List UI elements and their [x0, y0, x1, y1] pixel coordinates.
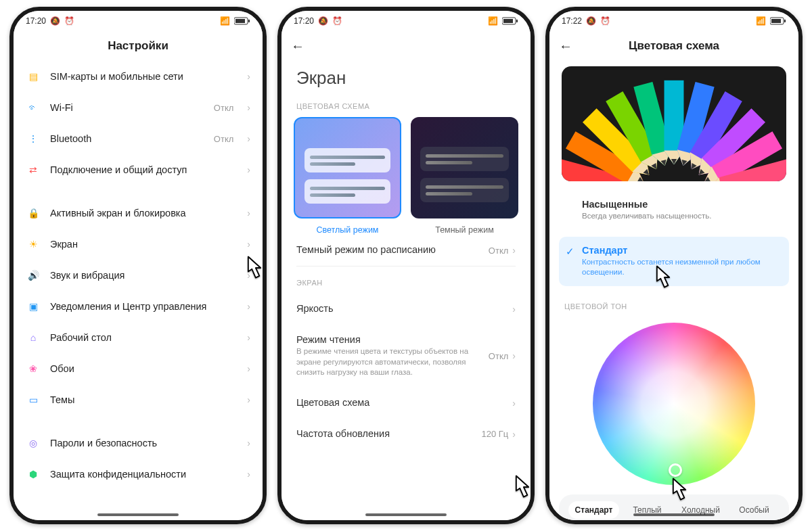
status-bar: 17:22🔕⏰ 📶	[549, 11, 798, 31]
tab-warm[interactable]: Теплый	[622, 501, 673, 519]
chevron-right-icon: ›	[247, 394, 250, 405]
mute-icon: 🔕	[50, 16, 60, 26]
tab-custom[interactable]: Особый	[729, 501, 780, 519]
settings-row-lock[interactable]: 🔒 Активный экран и блокировка ›	[14, 198, 263, 229]
row-brightness[interactable]: Яркость ›	[281, 294, 531, 325]
svg-rect-8	[784, 20, 786, 22]
settings-row-share[interactable]: ⇄ Подключение и общий доступ ›	[14, 154, 263, 185]
row-label: Защита конфиденциальности	[50, 469, 238, 480]
row-label: Пароли и безопасность	[50, 438, 238, 448]
tone-tabs: Стандарт Теплый Холодный Особый	[559, 494, 789, 520]
color-wheel[interactable]	[593, 323, 755, 485]
row-label: Экран	[50, 239, 238, 250]
chevron-right-icon: ›	[247, 164, 250, 175]
chevron-right-icon: ›	[247, 239, 250, 250]
priv-icon: ⬢	[26, 467, 41, 482]
settings-row-home[interactable]: ⌂ Рабочий стол ›	[14, 322, 263, 353]
row-label: Wi-Fi	[50, 102, 204, 113]
status-bar: 17:20🔕⏰ 📶	[14, 11, 263, 31]
sim-icon: ▤	[26, 69, 41, 84]
svg-rect-5	[516, 20, 518, 22]
settings-row-bt[interactable]: ⋮ Bluetooth Откл ›	[14, 123, 263, 154]
schedule-value: Откл	[489, 246, 509, 256]
theme-light[interactable]: Светлый режим	[294, 117, 401, 235]
tab-standard[interactable]: Стандарт	[568, 501, 619, 519]
tab-cold[interactable]: Холодный	[675, 501, 726, 519]
row-value: Откл	[214, 134, 234, 144]
chevron-right-icon: ›	[247, 102, 250, 113]
page-title: Цветовая схема	[629, 39, 719, 53]
chevron-right-icon: ›	[247, 469, 250, 480]
row-label: SIM-карты и мобильные сети	[50, 71, 238, 82]
settings-row-sim[interactable]: ▤ SIM-карты и мобильные сети ›	[14, 61, 263, 92]
lock-icon: 🔒	[26, 206, 41, 221]
chevron-right-icon: ›	[247, 438, 250, 448]
theme-light-label: Светлый режим	[294, 225, 401, 235]
page-title: Настройки	[14, 31, 263, 61]
chevron-right-icon: ›	[512, 398, 516, 409]
option-saturated[interactable]: ✓ Насыщенные Всегда увеличивать насыщенн…	[559, 191, 789, 230]
theme-dark[interactable]: Темный режим	[411, 117, 518, 235]
battery-icon	[502, 17, 518, 25]
back-button[interactable]: ←	[291, 39, 304, 54]
row-label: Подключение и общий доступ	[50, 164, 238, 175]
header: ←	[281, 31, 531, 61]
bt-icon: ⋮	[26, 131, 41, 146]
chevron-right-icon: ›	[247, 133, 250, 144]
row-reading-mode[interactable]: Режим чтенияВ режиме чтения цвета и текс…	[281, 325, 531, 388]
flower-icon: ❀	[26, 361, 41, 376]
row-dark-schedule[interactable]: Темный режим по расписанию Откл›	[281, 235, 531, 266]
sun-icon: ☀	[26, 237, 41, 252]
alarm-icon: ⏰	[332, 16, 342, 26]
row-refresh-rate[interactable]: Частота обновления 120 Гц›	[281, 419, 531, 450]
settings-row-pw[interactable]: ◎ Пароли и безопасность ›	[14, 428, 263, 459]
chevron-right-icon: ›	[512, 350, 516, 361]
battery-icon	[234, 17, 250, 25]
phone-display: 17:20🔕⏰ 📶 ← Экран ЦВЕТОВАЯ СХЕМА Светлый…	[277, 7, 535, 524]
chevron-right-icon: ›	[512, 245, 516, 256]
settings-row-notif[interactable]: ▣ Уведомления и Центр управления ›	[14, 291, 263, 322]
status-time: 17:22	[562, 16, 582, 26]
row-label: Обои	[50, 363, 238, 374]
section-color-scheme: ЦВЕТОВАЯ СХЕМА	[281, 99, 531, 117]
hero-image	[562, 66, 786, 181]
settings-row-priv[interactable]: ⬢ Защита конфиденциальности ›	[14, 459, 263, 490]
row-label: Активный экран и блокировка	[50, 208, 238, 218]
settings-row-sun[interactable]: ☀ Экран ›	[14, 229, 263, 260]
back-button[interactable]: ←	[559, 39, 572, 54]
mute-icon: 🔕	[318, 16, 328, 26]
chevron-right-icon: ›	[247, 270, 250, 281]
notif-icon: ▣	[26, 299, 41, 314]
mute-icon: 🔕	[586, 16, 596, 26]
chevron-right-icon: ›	[512, 304, 516, 315]
chevron-right-icon: ›	[247, 71, 250, 82]
header: ← Цветовая схема	[549, 31, 798, 61]
phone-colorscheme: 17:22🔕⏰ 📶 ← Цветовая схема	[545, 7, 803, 524]
chevron-right-icon: ›	[512, 429, 516, 440]
home-icon: ⌂	[26, 330, 41, 345]
settings-row-flower[interactable]: ❀ Обои ›	[14, 353, 263, 384]
row-color-scheme[interactable]: Цветовая схема ›	[281, 388, 531, 419]
chevron-right-icon: ›	[247, 208, 250, 218]
svg-rect-4	[503, 19, 513, 23]
share-icon: ⇄	[26, 162, 41, 177]
row-label: Уведомления и Центр управления	[50, 301, 238, 312]
option-standard[interactable]: ✓ Стандарт Контрастность останется неизм…	[559, 237, 789, 286]
chevron-right-icon: ›	[247, 332, 250, 343]
phone-settings: 17:20🔕⏰ 📶 Настройки ▤ SIM-карты и мобиль…	[9, 7, 267, 524]
color-wheel-handle[interactable]	[669, 463, 682, 477]
settings-row-theme[interactable]: ▭ Темы ›	[14, 384, 263, 415]
settings-row-sound[interactable]: 🔊 Звук и вибрация ›	[14, 260, 263, 291]
row-label: Звук и вибрация	[50, 270, 238, 281]
settings-row-wifi[interactable]: ᯤ Wi-Fi Откл ›	[14, 92, 263, 123]
row-label: Рабочий стол	[50, 332, 238, 343]
row-label: Bluetooth	[50, 133, 204, 144]
signal-icon: 📶	[220, 16, 230, 26]
theme-dark-label: Темный режим	[411, 225, 518, 235]
refresh-value: 120 Гц	[482, 429, 509, 439]
chevron-right-icon: ›	[247, 363, 250, 374]
reading-mode-value: Откл	[489, 351, 509, 361]
section-tone: ЦВЕТОВОЙ ТОН	[549, 300, 798, 317]
check-icon: ✓	[566, 246, 574, 258]
row-label: Темы	[50, 394, 238, 405]
